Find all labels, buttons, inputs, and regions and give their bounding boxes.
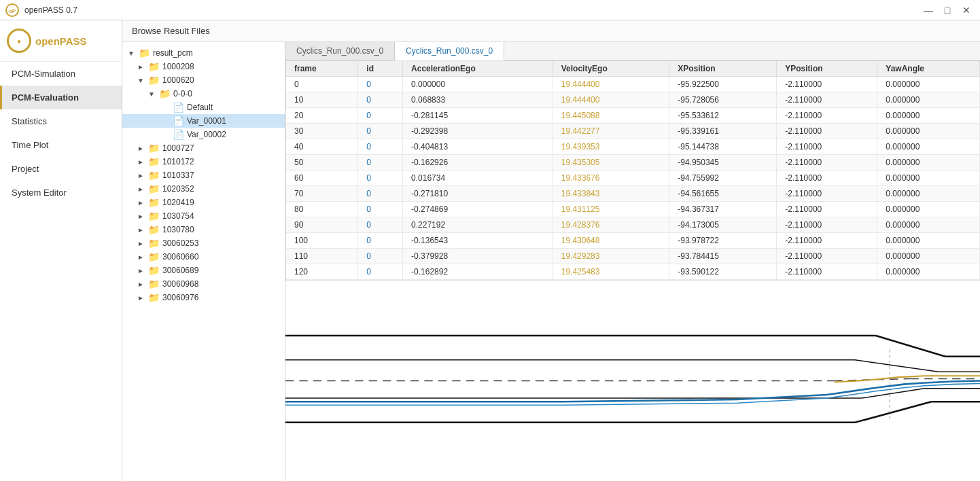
tree-item-30060660[interactable]: ► 📁 30060660 <box>122 250 285 264</box>
tree-label-30060689: 30060689 <box>162 266 198 275</box>
cell-yaw: 0.000000 <box>877 124 980 139</box>
tree-label-1000727: 1000727 <box>162 143 194 153</box>
cell-y: -2.110000 <box>777 217 877 233</box>
minimize-button[interactable]: — <box>920 2 937 18</box>
cell-vel: 19.444400 <box>553 77 669 92</box>
tree-item-1000727[interactable]: ► 📁 1000727 <box>122 141 285 155</box>
folder-icon-1020419: 📁 <box>148 197 160 208</box>
col-header-frame: frame <box>286 61 358 77</box>
close-button[interactable]: ✕ <box>958 2 975 18</box>
tree-item-1030754[interactable]: ► 📁 1030754 <box>122 209 285 223</box>
tab-1[interactable]: Cyclics_Run_000.csv_0 <box>285 42 395 60</box>
tree-item-1010337[interactable]: ► 📁 1010337 <box>122 168 285 182</box>
tree-arrow-0-0-0: ▼ <box>147 90 156 98</box>
cell-x: -93.784415 <box>669 249 777 264</box>
cell-frame: 100 <box>286 233 358 249</box>
right-panel: Cyclics_Run_000.csv_0 Cyclics_Run_000.cs… <box>285 42 980 481</box>
cell-id: 0 <box>358 233 403 249</box>
tree-label-30060968: 30060968 <box>162 279 198 289</box>
tree-item-30060253[interactable]: ► 📁 30060253 <box>122 236 285 250</box>
cell-id: 0 <box>358 171 403 186</box>
tree-item-1010172[interactable]: ► 📁 1010172 <box>122 155 285 168</box>
cell-vel: 19.428376 <box>553 217 669 233</box>
cell-frame: 70 <box>286 186 358 202</box>
tree-item-30060976[interactable]: ► 📁 30060976 <box>122 291 285 304</box>
cell-y: -2.110000 <box>777 249 877 264</box>
tab-2[interactable]: Cyclics_Run_000.csv_0 <box>395 42 504 60</box>
tree-item-var00001[interactable]: 📄 Var_00001 <box>122 114 285 128</box>
cell-vel: 19.439353 <box>553 139 669 155</box>
cell-y: -2.110000 <box>777 264 877 280</box>
folder-icon-30060253: 📁 <box>148 238 160 249</box>
tree-item-1020352[interactable]: ► 📁 1020352 <box>122 182 285 196</box>
cell-vel: 19.429283 <box>553 249 669 264</box>
tree-label-1000208: 1000208 <box>162 62 194 71</box>
svg-line-3 <box>876 336 945 357</box>
main-layout: ● openPASS PCM-Simulation PCM-Evaluation… <box>0 20 980 481</box>
sidebar-item-system-editor[interactable]: System Editor <box>0 181 122 204</box>
cell-id: 0 <box>358 124 403 139</box>
sidebar-item-time-plot[interactable]: Time Plot <box>0 133 122 157</box>
cell-id: 0 <box>358 186 403 202</box>
cell-id: 0 <box>358 264 403 280</box>
tree-arrow-30060660: ► <box>136 253 145 261</box>
cell-y: -2.110000 <box>777 155 877 171</box>
sidebar-item-pcm-simulation[interactable]: PCM-Simulation <box>0 62 122 86</box>
folder-icon-1020352: 📁 <box>148 183 160 194</box>
maximize-button[interactable]: □ <box>939 2 956 18</box>
cell-acc: 0.068833 <box>403 92 553 108</box>
cell-yaw: 0.000000 <box>877 233 980 249</box>
cell-acc: 0.227192 <box>403 217 553 233</box>
tree-item-1030780[interactable]: ► 📁 1030780 <box>122 223 285 236</box>
tree-item-1020419[interactable]: ► 📁 1020419 <box>122 196 285 209</box>
cell-yaw: 0.000000 <box>877 217 980 233</box>
cell-vel: 19.442277 <box>553 124 669 139</box>
cell-yaw: 0.000000 <box>877 139 980 155</box>
cell-id: 0 <box>358 139 403 155</box>
sidebar-item-statistics[interactable]: Statistics <box>0 109 122 133</box>
tree-arrow-1010172: ► <box>136 158 145 166</box>
cell-frame: 80 <box>286 202 358 217</box>
file-icon-var00002: 📄 <box>173 129 184 140</box>
cell-id: 0 <box>358 77 403 92</box>
split-pane: ▼ 📁 result_pcm ► 📁 1000208 ▼ 📁 1000620 <box>122 42 980 481</box>
cell-vel: 19.431125 <box>553 202 669 217</box>
tree-arrow-1030780: ► <box>136 226 145 234</box>
tree-item-1000620[interactable]: ▼ 📁 1000620 <box>122 73 285 87</box>
tree-item-30060689[interactable]: ► 📁 30060689 <box>122 264 285 277</box>
table-row: 120 0 -0.162892 19.425483 -93.590122 -2.… <box>286 264 980 280</box>
tree-label-1000620: 1000620 <box>162 75 194 85</box>
sidebar-item-pcm-evaluation[interactable]: PCM-Evaluation <box>0 86 122 109</box>
cell-frame: 40 <box>286 139 358 155</box>
cell-y: -2.110000 <box>777 202 877 217</box>
cell-y: -2.110000 <box>777 139 877 155</box>
data-table: frame id AccelerationEgo VelocityEgo XPo… <box>285 60 980 280</box>
tree-arrow-30060689: ► <box>136 267 145 274</box>
cell-y: -2.110000 <box>777 124 877 139</box>
col-header-yaw: YawAngle <box>877 61 980 77</box>
cell-vel: 19.425483 <box>553 264 669 280</box>
cell-yaw: 0.000000 <box>877 171 980 186</box>
tree-root[interactable]: ▼ 📁 result_pcm <box>122 46 285 60</box>
window-controls: — □ ✕ <box>920 2 975 18</box>
title-bar: oP openPASS 0.7 — □ ✕ <box>0 0 980 20</box>
table-row: 0 0 0.000000 19.444400 -95.922500 -2.110… <box>286 77 980 92</box>
tree-item-1000208[interactable]: ► 📁 1000208 <box>122 60 285 73</box>
folder-icon-1000620: 📁 <box>148 75 160 86</box>
cell-x: -94.950345 <box>669 155 777 171</box>
tree-item-30060968[interactable]: ► 📁 30060968 <box>122 277 285 291</box>
sidebar-item-project[interactable]: Project <box>0 157 122 181</box>
folder-icon-1030754: 📁 <box>148 211 160 221</box>
cell-frame: 120 <box>286 264 358 280</box>
tree-item-var00002[interactable]: 📄 Var_00002 <box>122 128 285 141</box>
tree-item-default[interactable]: 📄 Default <box>122 101 285 114</box>
cell-acc: -0.404813 <box>403 139 553 155</box>
tree-label-1020419: 1020419 <box>162 198 194 207</box>
tree-arrow-30060253: ► <box>136 240 145 247</box>
cell-id: 0 <box>358 249 403 264</box>
file-tree[interactable]: ▼ 📁 result_pcm ► 📁 1000208 ▼ 📁 1000620 <box>122 42 285 481</box>
tree-item-0-0-0[interactable]: ▼ 📁 0-0-0 <box>122 87 285 101</box>
sidebar-nav: PCM-Simulation PCM-Evaluation Statistics… <box>0 62 122 481</box>
folder-icon-0-0-0: 📁 <box>159 88 171 99</box>
cell-frame: 0 <box>286 77 358 92</box>
